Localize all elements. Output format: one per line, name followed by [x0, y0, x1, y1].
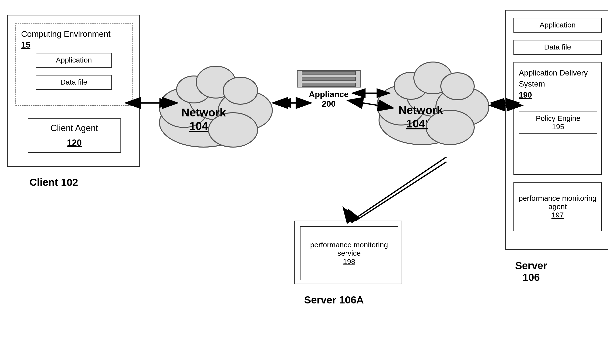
server-label: Server 106 — [515, 260, 547, 283]
appliance-num: 200 — [322, 99, 336, 108]
svg-text:Network: Network — [181, 106, 226, 119]
datafile-label-server: Data file — [544, 43, 571, 51]
computing-env-text: Computing Environment — [21, 29, 111, 39]
svg-point-7 — [223, 77, 258, 104]
svg-text:Network: Network — [398, 104, 443, 117]
pma-box: performance monitoring agent 197 — [513, 182, 602, 231]
client-agent-box: Client Agent 120 — [28, 118, 121, 153]
application-box-server: Application — [513, 18, 602, 33]
policy-engine-num: 195 — [552, 123, 564, 131]
pma-num: 197 — [551, 211, 564, 219]
svg-point-17 — [441, 73, 474, 100]
network104p-cloud: Network 104' — [373, 49, 500, 152]
client-label-text: Client 102 — [29, 177, 78, 188]
ads-num: 190 — [519, 91, 532, 99]
datafile-box-server: Data file — [513, 40, 602, 55]
datafile-box-client: Data file — [36, 75, 112, 90]
client-label: Client 102 — [29, 177, 78, 188]
pma-label: performance monitoring agent — [514, 194, 601, 211]
svg-text:104: 104 — [189, 120, 208, 132]
policy-engine-box: Policy Engine 195 — [519, 112, 597, 134]
diagram-container: Computing Environment 15 Application Dat… — [0, 0, 615, 364]
pms-num: 198 — [343, 257, 355, 266]
ads-label-text: Application Delivery System — [519, 68, 588, 88]
server106a-label-text: Server 106A — [304, 294, 364, 306]
server-box: Application Data file Application Delive… — [505, 10, 608, 250]
appliance-label: Appliance 200 — [309, 90, 348, 109]
ads-box: Application Delivery System 190 Policy E… — [513, 62, 602, 175]
policy-engine-label: Policy Engine — [536, 114, 580, 123]
appliance-device — [297, 70, 361, 88]
application-box-client: Application — [36, 53, 112, 68]
computing-env-label: Computing Environment 15 — [21, 28, 111, 50]
server106a-label: Server 106A — [304, 294, 364, 306]
appliance-slot-2 — [302, 77, 356, 81]
svg-text:104': 104' — [406, 117, 428, 130]
application-label-client: Application — [56, 56, 92, 64]
network104-cloud: Network 104 — [155, 54, 287, 152]
arrow-network104p-server106a — [352, 157, 446, 221]
server106a-box: performance monitoring service 198 — [294, 221, 402, 284]
datafile-label-client: Data file — [60, 78, 87, 86]
client-agent-num: 120 — [67, 138, 82, 148]
pms-box: performance monitoring service 198 — [300, 226, 398, 280]
client-agent-label: Client Agent — [51, 123, 98, 133]
server-num: 106 — [522, 272, 540, 283]
arrow-net104p-to-server106a — [356, 162, 446, 221]
appliance-slot-1 — [302, 71, 356, 75]
ads-label: Application Delivery System 190 — [519, 67, 601, 100]
appliance-box: Appliance 200 — [294, 74, 363, 105]
computing-env-num: 15 — [21, 40, 30, 49]
appliance-slot-3 — [302, 83, 356, 87]
pms-label: performance monitoring service — [301, 241, 398, 257]
application-label-server: Application — [540, 21, 576, 29]
computing-env-box: Computing Environment 15 Application Dat… — [15, 23, 133, 106]
client-box: Computing Environment 15 Application Dat… — [7, 15, 140, 167]
server-label-text: Server — [515, 260, 547, 271]
appliance-label-text: Appliance — [309, 90, 348, 99]
